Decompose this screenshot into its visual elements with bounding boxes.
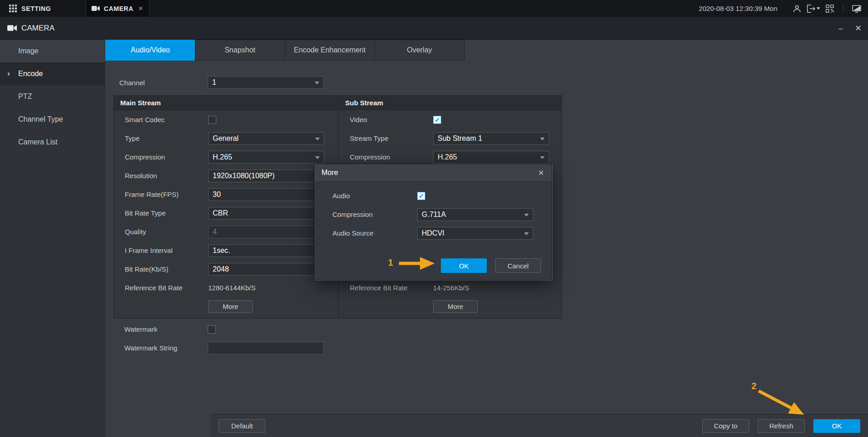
- camera-tab-label: CAMERA: [104, 5, 133, 12]
- panel-title: Sub Stream: [345, 99, 383, 107]
- refresh-button[interactable]: Refresh: [758, 419, 805, 433]
- panel-title: Main Stream: [120, 99, 161, 107]
- watermark-checkbox[interactable]: [208, 325, 216, 334]
- video-camera-icon: [92, 5, 100, 11]
- logout-icon[interactable]: [804, 0, 823, 17]
- type-select-value: General: [213, 134, 239, 143]
- bit-rate-type-value: CBR: [213, 209, 228, 217]
- type-select[interactable]: General: [208, 132, 324, 145]
- audio-compression-label: Compression: [332, 211, 417, 218]
- channel-row: Channel 1: [119, 75, 324, 90]
- settings-sidebar: Image › Encode PTZ Channel Type Camera L…: [0, 40, 105, 437]
- channel-select-value: 1: [212, 78, 216, 87]
- topbar-separator: [843, 4, 843, 13]
- sub-stream-header: Sub Stream: [339, 96, 562, 110]
- chevron-right-icon: ›: [7, 69, 10, 78]
- button-label: More: [448, 303, 463, 310]
- smart-codec-label: Smart Codec: [125, 116, 208, 123]
- reference-bit-rate-value: 1280-6144Kb/S: [208, 284, 255, 292]
- bit-rate-type-label: Bit Rate Type: [125, 209, 208, 217]
- dropdown-arrow-icon: [540, 156, 545, 159]
- sidebar-item-camera-list[interactable]: Camera List: [0, 131, 105, 154]
- main-stream-more-button[interactable]: More: [208, 300, 253, 313]
- tab-audio-video[interactable]: Audio/Video: [105, 40, 195, 61]
- resolution-label: Resolution: [125, 172, 208, 180]
- sidebar-item-label: Image: [18, 47, 38, 55]
- watermark-string-input[interactable]: [208, 342, 324, 355]
- tab-label: Audio/Video: [131, 46, 170, 54]
- tab-snapshot[interactable]: Snapshot: [195, 40, 285, 61]
- dialog-close-icon[interactable]: ✕: [538, 169, 544, 177]
- minimize-icon[interactable]: –: [838, 24, 843, 32]
- button-label: More: [223, 303, 238, 310]
- bit-rate-type-field[interactable]: CBR: [208, 207, 324, 220]
- close-icon[interactable]: ✕: [855, 24, 862, 32]
- default-button[interactable]: Default: [219, 419, 266, 433]
- encode-tabs: Audio/Video Snapshot Encode Enhancement …: [105, 40, 465, 61]
- audio-compression-select-value: G.711A: [422, 211, 446, 219]
- audio-label: Audio: [332, 192, 417, 200]
- video-label: Video: [350, 116, 433, 123]
- channel-select[interactable]: 1: [208, 76, 324, 89]
- window-title: CAMERA: [21, 24, 55, 33]
- sidebar-item-encode[interactable]: › Encode: [0, 62, 105, 85]
- window-titlebar: CAMERA – ✕: [0, 17, 868, 40]
- topbar-right-area: 2020-08-03 12:30:39 Mon: [699, 0, 868, 17]
- setting-home-tab[interactable]: SETTING: [0, 0, 86, 17]
- button-label: Copy to: [714, 422, 738, 430]
- dropdown-arrow-icon: [524, 232, 529, 235]
- sidebar-item-label: Encode: [18, 70, 43, 78]
- main-stream-panel: Main Stream Smart Codec Type General Com…: [113, 95, 339, 319]
- camera-settings-window: SETTING CAMERA ✕ 2020-08-03 12:30:39 Mon: [0, 0, 868, 437]
- audio-source-select-value: HDCVI: [422, 229, 444, 237]
- footer-bar: Default Copy to Refresh OK: [210, 414, 868, 437]
- stream-type-label: Stream Type: [350, 134, 433, 142]
- copy-to-button[interactable]: Copy to: [702, 419, 749, 433]
- tab-overlay[interactable]: Overlay: [374, 40, 465, 61]
- compression-select-value: H.265: [213, 153, 232, 161]
- system-topbar: SETTING CAMERA ✕ 2020-08-03 12:30:39 Mon: [0, 0, 868, 17]
- tab-encode-enhancement[interactable]: Encode Enhancement: [285, 40, 375, 61]
- window-camera-icon: [7, 25, 17, 31]
- button-label: OK: [459, 262, 469, 270]
- sidebar-item-label: Channel Type: [18, 115, 63, 123]
- sidebar-item-ptz[interactable]: PTZ: [0, 85, 105, 108]
- system-datetime: 2020-08-03 12:30:39 Mon: [699, 5, 777, 12]
- tab-label: Encode Enhancement: [294, 46, 365, 54]
- audio-source-select[interactable]: HDCVI: [417, 227, 533, 240]
- compression-select[interactable]: H.265: [208, 151, 324, 164]
- i-frame-interval-value: 1sec.: [213, 247, 230, 255]
- smart-codec-checkbox[interactable]: [208, 116, 216, 124]
- main-stream-header: Main Stream: [114, 96, 338, 110]
- watermark-label: Watermark: [124, 325, 208, 333]
- more-dialog-titlebar: More ✕: [314, 164, 551, 182]
- stream-type-select[interactable]: Sub Stream 1: [433, 132, 549, 145]
- user-account-icon[interactable]: [790, 0, 804, 17]
- dialog-ok-button[interactable]: OK: [441, 258, 487, 273]
- setting-tab-label: SETTING: [21, 5, 51, 12]
- audio-checkbox[interactable]: ✓: [417, 192, 425, 200]
- tab-label: Snapshot: [225, 46, 255, 54]
- apply-ok-button[interactable]: OK: [813, 419, 860, 433]
- dropdown-arrow-icon: [315, 82, 319, 84]
- watermark-string-label: Watermark String: [124, 344, 208, 352]
- audio-compression-select[interactable]: G.711A: [417, 208, 533, 221]
- sub-compression-select[interactable]: H.265: [433, 151, 549, 164]
- dialog-cancel-button[interactable]: Cancel: [495, 258, 541, 273]
- check-icon: ✓: [434, 117, 440, 123]
- sidebar-item-image[interactable]: Image: [0, 40, 105, 62]
- i-frame-interval-field[interactable]: 1sec.: [208, 244, 324, 257]
- camera-tab[interactable]: CAMERA ✕: [86, 0, 149, 17]
- dropdown-arrow-icon: [315, 138, 320, 140]
- sidebar-item-channel-type[interactable]: Channel Type: [0, 108, 105, 131]
- qr-code-icon[interactable]: [823, 0, 837, 17]
- resolution-field[interactable]: 1920x1080(1080P): [208, 170, 324, 182]
- sidebar-item-label: PTZ: [18, 93, 32, 101]
- sub-stream-more-button[interactable]: More: [433, 300, 478, 313]
- display-output-icon[interactable]: [850, 0, 863, 17]
- video-checkbox[interactable]: ✓: [433, 116, 441, 124]
- camera-tab-close-icon[interactable]: ✕: [138, 5, 144, 12]
- frame-rate-field[interactable]: 30: [208, 188, 324, 201]
- bit-rate-field[interactable]: 2048: [208, 263, 324, 276]
- sub-reference-bit-rate-label: Reference Bit Rate: [350, 284, 433, 292]
